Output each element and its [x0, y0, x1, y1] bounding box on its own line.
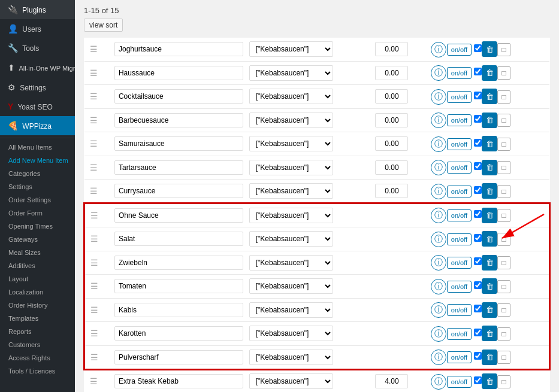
sidebar-sub-access-rights[interactable]: Access Rights — [0, 351, 75, 364]
row-checkbox[interactable] — [472, 305, 482, 314]
delete-button[interactable]: 🗑 — [482, 89, 497, 104]
item-name-input[interactable] — [114, 66, 243, 80]
drag-handle-icon[interactable]: ☰ — [87, 186, 100, 196]
copy-button[interactable]: □ — [497, 90, 510, 104]
row-checkbox[interactable] — [472, 329, 482, 338]
copy-button[interactable]: □ — [497, 114, 510, 127]
info-button[interactable]: ⓘ — [431, 89, 446, 105]
sidebar-sub-opening-times[interactable]: Opening Times — [0, 220, 75, 233]
item-name-input[interactable] — [114, 303, 243, 317]
sidebar-item-aio[interactable]: ⬆ All-in-One WP Migration — [0, 57, 75, 78]
copy-button[interactable]: □ — [497, 303, 510, 317]
category-select[interactable]: ["Kebabsaucen"] — [249, 41, 333, 57]
item-name-input[interactable] — [114, 113, 243, 127]
sidebar-sub-order-history[interactable]: Order History — [0, 299, 75, 312]
sidebar-sub-localization[interactable]: Localization — [0, 285, 75, 299]
price-input[interactable] — [375, 374, 408, 388]
category-select[interactable]: ["Kebabsaucen"] — [249, 65, 333, 81]
price-input[interactable] — [375, 42, 408, 56]
row-checkbox[interactable] — [472, 187, 482, 196]
copy-button[interactable]: □ — [497, 375, 510, 388]
drag-handle-icon[interactable]: ☰ — [87, 116, 100, 125]
sidebar-sub-all-menu[interactable]: All Menu Items — [0, 141, 75, 154]
item-name-input[interactable] — [114, 350, 243, 364]
category-select[interactable]: ["Kebabsaucen"] — [249, 278, 333, 294]
onoff-toggle[interactable]: on/off — [447, 351, 472, 363]
item-name-input[interactable] — [114, 89, 243, 104]
delete-button[interactable]: 🗑 — [482, 373, 497, 389]
sidebar-sub-settings[interactable]: Settings — [0, 180, 75, 193]
category-select[interactable]: ["Kebabsaucen"] — [249, 326, 333, 341]
sidebar-sub-layout[interactable]: Layout — [0, 272, 75, 285]
row-checkbox[interactable] — [472, 282, 482, 291]
info-button[interactable]: ⓘ — [431, 42, 446, 57]
price-input[interactable] — [375, 136, 408, 151]
delete-button[interactable]: 🗑 — [482, 255, 497, 271]
price-input[interactable] — [375, 184, 408, 198]
onoff-toggle[interactable]: on/off — [447, 281, 472, 293]
sidebar-sub-add-new[interactable]: Add New Menu Item — [0, 154, 75, 167]
info-button[interactable]: ⓘ — [431, 255, 446, 271]
price-input[interactable] — [375, 160, 408, 175]
sidebar-sub-tools-licences[interactable]: Tools / Licences — [0, 364, 75, 378]
info-button[interactable]: ⓘ — [431, 113, 446, 128]
row-checkbox[interactable] — [472, 116, 482, 124]
delete-button[interactable]: 🗑 — [482, 136, 497, 151]
drag-handle-icon[interactable]: ☰ — [87, 139, 100, 148]
row-checkbox[interactable] — [472, 211, 482, 220]
drag-handle-icon[interactable]: ☰ — [87, 92, 100, 101]
delete-button[interactable]: 🗑 — [482, 183, 497, 199]
item-name-input[interactable] — [114, 184, 243, 198]
drag-handle-icon[interactable]: ☰ — [87, 163, 100, 172]
info-button[interactable]: ⓘ — [431, 184, 446, 199]
onoff-toggle[interactable]: on/off — [447, 138, 472, 150]
onoff-toggle[interactable]: on/off — [447, 376, 472, 388]
item-name-input[interactable] — [114, 256, 243, 270]
drag-handle-icon[interactable]: ☰ — [88, 281, 101, 291]
drag-handle-icon[interactable]: ☰ — [87, 68, 100, 78]
info-button[interactable]: ⓘ — [431, 302, 446, 318]
item-name-input[interactable] — [114, 374, 243, 388]
category-select[interactable]: ["Kebabsaucen"] — [249, 373, 333, 389]
onoff-toggle[interactable]: on/off — [447, 91, 472, 103]
drag-handle-icon[interactable]: ☰ — [88, 234, 101, 244]
sidebar-item-yoast[interactable]: Y Yoast SEO — [0, 97, 75, 116]
sidebar-sub-reports[interactable]: Reports — [0, 325, 75, 338]
sidebar-item-settings[interactable]: ⚙ Settings — [0, 78, 75, 97]
copy-button[interactable]: □ — [497, 327, 510, 341]
delete-button[interactable]: 🗑 — [482, 278, 497, 294]
copy-button[interactable]: □ — [497, 138, 510, 151]
onoff-toggle[interactable]: on/off — [447, 67, 472, 79]
row-checkbox[interactable] — [472, 377, 482, 386]
sidebar-item-tools[interactable]: 🔧 Tools — [0, 38, 75, 57]
sidebar-item-plugins[interactable]: 🔌 Plugins — [0, 0, 75, 19]
price-input[interactable] — [375, 89, 408, 104]
item-name-input[interactable] — [114, 279, 243, 293]
drag-handle-icon[interactable]: ☰ — [88, 305, 101, 315]
category-select[interactable]: ["Kebabsaucen"] — [249, 350, 333, 365]
sidebar-sub-gateways[interactable]: Gateways — [0, 233, 75, 246]
row-checkbox[interactable] — [472, 163, 482, 172]
row-checkbox[interactable] — [472, 353, 482, 361]
info-button[interactable]: ⓘ — [431, 279, 446, 294]
row-checkbox[interactable] — [472, 258, 482, 267]
copy-button[interactable]: □ — [497, 43, 510, 56]
category-select[interactable]: ["Kebabsaucen"] — [249, 255, 333, 271]
copy-button[interactable]: □ — [497, 351, 510, 364]
item-name-input[interactable] — [114, 232, 243, 246]
category-select[interactable]: ["Kebabsaucen"] — [249, 89, 333, 104]
category-select[interactable]: ["Kebabsaucen"] — [249, 136, 333, 151]
drag-handle-icon[interactable]: ☰ — [88, 329, 101, 338]
item-name-input[interactable] — [114, 160, 243, 175]
category-select[interactable]: ["Kebabsaucen"] — [249, 160, 333, 175]
onoff-toggle[interactable]: on/off — [447, 328, 472, 340]
copy-button[interactable]: □ — [497, 280, 510, 293]
drag-handle-icon[interactable]: ☰ — [88, 353, 101, 362]
price-input[interactable] — [375, 66, 408, 80]
row-checkbox[interactable] — [472, 92, 482, 101]
delete-button[interactable]: 🗑 — [482, 231, 497, 247]
sidebar-sub-customers[interactable]: Customers — [0, 338, 75, 351]
delete-button[interactable]: 🗑 — [482, 65, 497, 81]
info-button[interactable]: ⓘ — [431, 136, 446, 152]
row-checkbox[interactable] — [472, 235, 482, 244]
